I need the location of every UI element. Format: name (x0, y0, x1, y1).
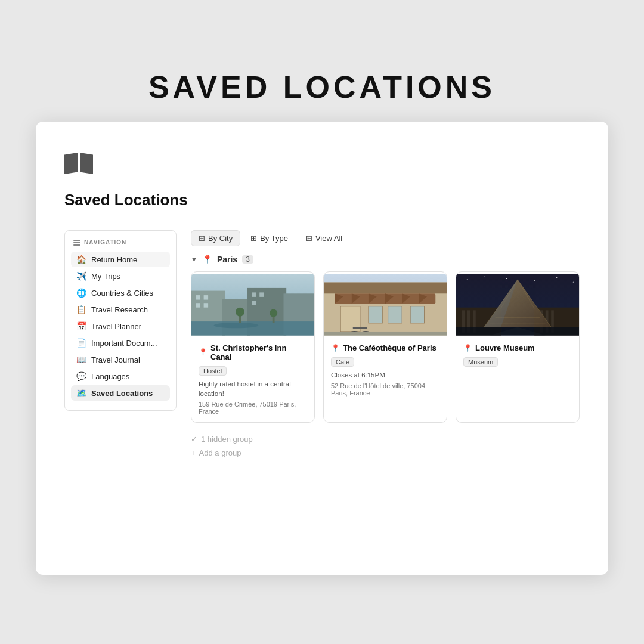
card-description-2: Closes at 6:15PM (331, 370, 439, 380)
location-card-cafe[interactable]: 📍 The Caféothèque of Paris Cafe Closes a… (323, 271, 447, 423)
card-name-1: St. Christopher's Inn Canal (210, 343, 307, 361)
svg-point-33 (506, 278, 507, 279)
sidebar-item-travel-journal[interactable]: 📖 Travel Journal (71, 352, 170, 367)
app-card: Saved Locations NAVIGATION 🏠 Return Home… (36, 122, 608, 575)
sidebar-item-travel-research[interactable]: 📋 Travel Research (71, 302, 170, 317)
chat-icon: 💬 (76, 371, 86, 381)
tab-view-all[interactable]: ⊞ View All (298, 230, 350, 246)
svg-rect-23 (369, 306, 382, 323)
plane-icon: ✈️ (76, 271, 86, 281)
add-group-button[interactable]: + Add a group (191, 448, 580, 457)
card-pin-icon-2: 📍 (331, 344, 340, 352)
card-badge-3: Museum (463, 357, 498, 367)
svg-point-36 (573, 282, 574, 283)
svg-rect-9 (252, 292, 256, 296)
svg-rect-11 (252, 301, 256, 305)
by-type-icon: ⊞ (250, 234, 257, 243)
group-count: 3 (242, 255, 253, 264)
card-image-museum (456, 272, 579, 338)
card-location-row-1: 📍 St. Christopher's Inn Canal (199, 343, 307, 361)
card-location-row-3: 📍 Louvre Museum (463, 343, 572, 352)
svg-rect-5 (196, 295, 200, 299)
map-icon-right (80, 153, 93, 174)
svg-rect-25 (410, 306, 424, 323)
home-icon: 🏠 (76, 255, 86, 264)
card-image-cafe (324, 272, 447, 338)
calendar-icon: 📅 (76, 321, 86, 331)
hostel-image-svg (191, 272, 314, 338)
card-description-1: Highly rated hostel in a central locatio… (199, 379, 307, 398)
card-location-row-2: 📍 The Caféothèque of Paris (331, 343, 439, 352)
nav-label: NAVIGATION (71, 239, 170, 246)
tab-by-type[interactable]: ⊞ By Type (243, 230, 296, 246)
view-tabs: ⊞ By City ⊞ By Type ⊞ View All (191, 230, 580, 246)
svg-rect-24 (388, 306, 402, 323)
svg-point-31 (467, 279, 468, 280)
svg-point-15 (236, 308, 244, 317)
svg-rect-10 (259, 292, 264, 296)
card-body-museum: 📍 Louvre Museum Museum (456, 338, 579, 377)
clipboard-icon: 📋 (76, 305, 86, 314)
tab-by-city[interactable]: ⊞ By City (191, 230, 240, 246)
card-badge-2: Cafe (331, 357, 354, 367)
main-layout: NAVIGATION 🏠 Return Home ✈️ My Trips 🌐 C… (64, 230, 580, 539)
group-pin-icon: 📍 (202, 255, 212, 264)
content-area: ⊞ By City ⊞ By Type ⊞ View All ▼ 📍 (191, 230, 580, 539)
sidebar-item-travel-planner[interactable]: 📅 Travel Planner (71, 318, 170, 334)
globe-icon: 🌐 (76, 288, 86, 298)
sidebar-item-my-trips[interactable]: ✈️ My Trips (71, 268, 170, 284)
hidden-group[interactable]: ✓ 1 hidden group (191, 435, 580, 444)
svg-rect-6 (204, 295, 208, 299)
cafe-image-svg (324, 272, 447, 338)
svg-rect-20 (324, 283, 447, 294)
card-name-2: The Caféothèque of Paris (343, 343, 436, 352)
sidebar-item-countries-cities[interactable]: 🌐 Countries & Cities (71, 285, 170, 301)
outer-wrapper: SAVED LOCATIONS Saved Locations NAVIGATI… (0, 0, 644, 644)
sidebar-item-languages[interactable]: 💬 Languages (71, 369, 170, 384)
map-icon (64, 150, 95, 174)
svg-point-34 (534, 280, 535, 281)
by-city-icon: ⊞ (199, 234, 205, 243)
museum-image-svg (456, 272, 579, 338)
cards-grid: 📍 St. Christopher's Inn Canal Hostel Hig… (191, 271, 580, 423)
page-top-title: SAVED LOCATIONS (148, 69, 496, 105)
nav-menu-icon (73, 240, 80, 246)
card-name-3: Louvre Museum (475, 343, 535, 352)
journal-icon: 📖 (76, 355, 86, 364)
map-nav-icon: 🗺️ (76, 388, 86, 398)
card-image-hostel (191, 272, 314, 338)
sidebar-item-saved-locations[interactable]: 🗺️ Saved Locations (71, 385, 170, 401)
group-name: Paris (217, 255, 237, 264)
svg-point-13 (213, 323, 258, 328)
group-arrow-icon[interactable]: ▼ (191, 256, 197, 263)
location-card-museum[interactable]: 📍 Louvre Museum Museum (456, 271, 580, 423)
card-body-cafe: 📍 The Caféothèque of Paris Cafe Closes a… (324, 338, 447, 404)
svg-rect-28 (353, 327, 367, 329)
svg-rect-7 (196, 303, 200, 307)
sidebar-item-return-home[interactable]: 🏠 Return Home (71, 252, 170, 267)
card-address-1: 159 Rue de Crimée, 75019 Paris, France (199, 401, 307, 415)
chevron-down-icon: ✓ (191, 435, 197, 444)
group-header: ▼ 📍 Paris 3 (191, 255, 580, 264)
sidebar: NAVIGATION 🏠 Return Home ✈️ My Trips 🌐 C… (64, 230, 177, 411)
sidebar-item-important-documents[interactable]: 📄 Important Docum... (71, 335, 170, 351)
card-pin-icon-1: 📍 (199, 348, 208, 357)
map-icon-left (64, 153, 78, 174)
svg-point-35 (556, 277, 558, 278)
app-logo (64, 150, 580, 174)
svg-point-32 (484, 276, 485, 277)
card-address-2: 52 Rue de l'Hôtel de ville, 75004 Paris,… (331, 382, 439, 397)
plus-icon: + (191, 448, 196, 457)
svg-rect-29 (324, 332, 447, 336)
document-icon: 📄 (76, 338, 86, 348)
location-card-hostel[interactable]: 📍 St. Christopher's Inn Canal Hostel Hig… (191, 271, 315, 423)
card-badge-1: Hostel (199, 366, 227, 376)
svg-rect-8 (204, 303, 208, 307)
page-heading: Saved Locations (64, 191, 580, 218)
card-pin-icon-3: 📍 (463, 344, 472, 352)
card-body-hostel: 📍 St. Christopher's Inn Canal Hostel Hig… (191, 338, 314, 422)
svg-point-17 (270, 309, 277, 317)
view-all-icon: ⊞ (306, 234, 312, 243)
